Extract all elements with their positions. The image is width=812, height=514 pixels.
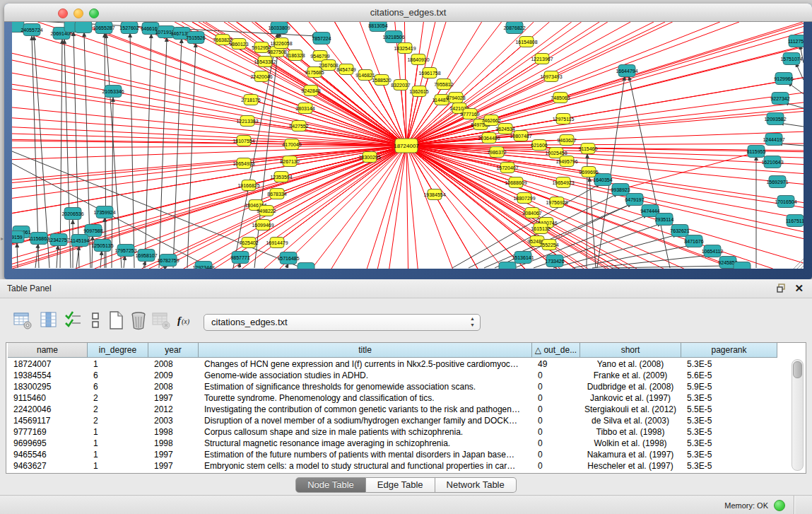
graph-node[interactable]: 16914479 [266,238,288,248]
graph-node[interactable]: 20206536 [61,208,83,220]
graph-node[interactable]: 9175685 [305,67,324,78]
memory-ok-indicator[interactable] [774,500,785,511]
graph-node[interactable]: 8427552 [289,121,308,132]
graph-node[interactable]: 12093582 [764,113,786,125]
delete-button[interactable] [129,310,148,330]
hub-node[interactable]: 18724007 [394,139,419,153]
graph-node[interactable]: 7986372 [487,147,506,158]
graph-node[interactable]: 12213383 [236,116,258,127]
table-selector-dropdown[interactable]: citations_edges.txt ▲▼ [204,314,481,331]
select-all-button[interactable] [64,310,83,330]
citation-graph[interactable]: 2405572420691406106552871527602646616010… [12,22,804,269]
graph-node[interactable]: 10655287 [93,22,114,34]
column-header-title[interactable]: title [199,343,532,358]
graph-node[interactable]: 12342757 [47,234,69,246]
graph-node[interactable]: 16644794 [616,65,637,77]
graph-node[interactable]: 9857771 [230,252,249,264]
graph-node[interactable]: 11156863 [28,233,49,245]
column-header-year[interactable]: year [148,343,199,358]
column-header-short[interactable]: short [580,343,681,358]
graph-node[interactable]: 1640354 [593,174,612,186]
graph-node[interactable]: 19166825 [237,180,259,191]
graph-node[interactable]: 12444197 [763,134,784,146]
graph-node[interactable]: 16154808 [515,37,537,47]
window-titlebar[interactable]: citations_edges.txt [4,4,812,22]
new-file-button[interactable] [106,310,126,330]
delete-table-button[interactable] [151,310,171,330]
graph-node[interactable]: 7955812 [434,79,453,90]
graph-node[interactable]: 9242848 [301,86,320,96]
graph-node[interactable] [499,262,516,269]
graph-node[interactable]: 9498222 [257,206,276,216]
table-row[interactable]: 1938455462009Genome-wide association stu… [6,370,806,381]
graph-node[interactable]: 7462662 [481,115,500,126]
graph-node[interactable]: 7515526 [186,32,205,44]
table-row[interactable]: 977716911998Corpus callosum shape and si… [6,426,806,438]
graph-node[interactable]: 8322037 [391,80,410,90]
graph-node[interactable]: 1527602 [119,22,139,34]
column-header-name[interactable]: name [8,343,88,358]
table-row[interactable]: 1872400712008Changes of HCN gene express… [6,358,806,370]
graph-node[interactable]: 7552254 [539,240,558,250]
table-row[interactable]: 946554611997Estimation of the future num… [6,449,806,460]
close-panel-icon[interactable]: ✕ [794,282,804,295]
graph-node[interactable]: 1167511 [786,215,804,227]
graph-node[interactable]: 9129966 [774,73,793,85]
graph-node[interactable]: 1362615 [409,86,428,97]
graph-node[interactable]: 8186328 [286,50,305,61]
function-builder-button[interactable]: f (x) [175,310,195,330]
graph-node[interactable]: 10654933 [233,158,254,169]
graph-node[interactable]: 7857224 [312,33,331,45]
graph-node[interactable]: 12975115 [553,114,575,124]
network-canvas[interactable]: 2405572420691406106552871527602646616010… [12,22,804,269]
graph-node[interactable]: 1145194 [71,235,90,247]
graph-node[interactable]: 9463627 [557,135,576,146]
graph-node[interactable]: 3624534 [495,124,514,134]
graph-node[interactable]: 15692971 [766,176,788,188]
graph-node[interactable]: 1615132 [531,223,550,234]
graph-node[interactable]: 17359924 [93,206,115,218]
column-header-out_de[interactable]: △ out_de... [532,343,580,358]
graph-node[interactable]: 12505135 [91,240,113,252]
graph-node[interactable]: 18107554 [233,136,254,146]
graph-node[interactable]: 9227342 [770,93,789,105]
graph-node[interactable]: 16958107 [135,250,157,262]
graph-node[interactable]: 7632621 [670,225,689,237]
graph-node[interactable]: 2084067 [522,208,541,218]
column-header-in_degree[interactable]: in_degree [88,343,148,358]
graph-node[interactable]: 2718176 [241,95,260,105]
graph-node[interactable]: 21053346 [102,86,124,98]
vertical-scrollbar[interactable] [792,359,804,471]
graph-node[interactable]: 8454749 [336,64,355,75]
graph-node[interactable]: 19654923 [552,177,574,188]
graph-node[interactable]: 2803144 [295,103,314,114]
graph-node[interactable]: 1733426 [545,255,564,267]
graph-node[interactable]: 15136141 [512,252,534,264]
table-row[interactable]: 946362711997Embryonic stem cells: a mode… [6,460,806,472]
table-row[interactable]: 911546021997Tourette syndrome. Phenomeno… [6,392,806,404]
column-header-pagerank[interactable]: pagerank [681,343,777,358]
graph-node[interactable]: 24055724 [20,24,42,36]
float-panel-icon[interactable] [777,284,787,293]
graph-node[interactable]: 17957253 [114,245,136,257]
graph-node[interactable]: 10654112 [702,245,724,257]
graph-node[interactable]: 19218506 [382,31,404,43]
graph-node[interactable]: 39159 [12,231,24,243]
table-row[interactable]: 2242004622012Investigating the contribut… [6,404,806,415]
clear-selection-button[interactable] [86,310,106,330]
graph-node[interactable]: 7485063 [551,93,570,103]
graph-node[interactable]: 9699695 [579,167,598,177]
graph-node[interactable]: 6794028 [446,93,465,103]
graph-node[interactable] [75,22,92,33]
graph-node[interactable]: 8115955 [747,146,766,158]
graph-node[interactable]: 1112754 [788,35,804,47]
graph-node[interactable]: 15716485 [277,252,299,264]
panel-collapse-arrow[interactable]: ▸ [1,235,4,242]
graph-node[interactable]: 16782759 [157,255,179,267]
graph-node[interactable]: 17016504 [775,196,796,208]
scrollbar-thumb[interactable] [793,361,802,378]
graph-node[interactable]: 10688609 [505,177,526,188]
graph-node[interactable]: 8267130 [280,156,299,167]
tab-network-table[interactable]: Network Table [435,477,517,493]
graph-node[interactable]: 16961758 [418,68,440,78]
